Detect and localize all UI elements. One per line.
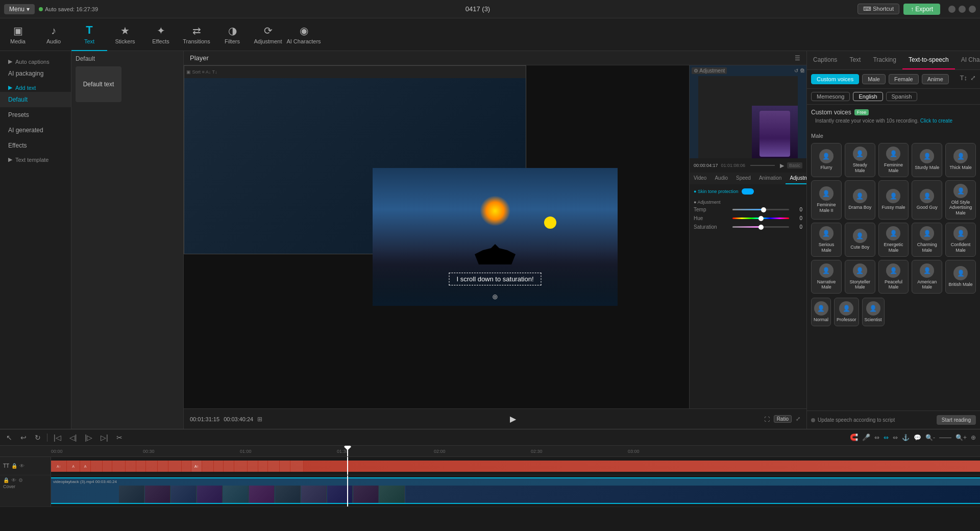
link2-icon[interactable]: ⇔ <box>893 434 898 441</box>
voice-card-fussy-male[interactable]: 👤 Fussy male <box>878 180 909 220</box>
video-track-lock-icon[interactable]: 🔒 <box>3 477 9 483</box>
voice-card-professor[interactable]: 👤 Professor <box>834 298 859 326</box>
voice-card-drama-boy[interactable]: 👤 Drama Boy <box>845 180 875 220</box>
voice-card-old-style[interactable]: 👤 Old Style Advertising Male <box>945 180 976 220</box>
voice-card-normal[interactable]: 👤 Normal <box>811 298 831 326</box>
anchor-icon[interactable]: ⚓ <box>902 434 910 441</box>
adj-tab-animation[interactable]: Animation <box>755 173 786 184</box>
toolbar-item-effects[interactable]: ✦ Effects <box>143 18 179 51</box>
adj-tab-adjustment[interactable]: Adjustment <box>786 173 806 184</box>
link-icon[interactable]: ⇔ <box>874 434 879 441</box>
magnet-icon[interactable]: 🧲 <box>850 433 858 441</box>
menu-button[interactable]: Menu ▾ <box>4 4 35 14</box>
filter-anime[interactable]: Anime <box>922 74 949 84</box>
voice-card-feminine-male[interactable]: 👤 Feminine Male <box>878 143 909 177</box>
sidebar-item-default[interactable]: Default <box>0 92 71 107</box>
video-track-settings-icon[interactable]: ⚙ <box>18 477 23 483</box>
voice-card-peaceful-male[interactable]: 👤 Peaceful Male <box>878 260 909 294</box>
tab-tracking[interactable]: Tracking <box>867 51 902 69</box>
voice-card-charming-male[interactable]: 👤 Charming Male <box>912 223 942 257</box>
adj-tab-speed[interactable]: Speed <box>732 173 755 184</box>
tab-text-to-speech[interactable]: Text-to-speech <box>902 51 955 69</box>
lang-english[interactable]: English <box>853 92 883 101</box>
redo-btn[interactable]: ↻ <box>33 432 43 443</box>
split2-btn[interactable]: ▷| <box>99 432 110 443</box>
play-button[interactable]: ▶ <box>510 414 516 424</box>
tab-ai-characters[interactable]: AI Characters <box>955 51 980 69</box>
player-menu-icon[interactable]: ☰ <box>795 55 800 62</box>
video-track-eye-icon[interactable]: 👁 <box>11 477 16 483</box>
voice-card-scientist[interactable]: 👤 Scientist <box>862 298 885 326</box>
filter-female[interactable]: Female <box>889 74 919 84</box>
voice-expand-icon[interactable]: ⤢ <box>970 74 976 84</box>
tab-captions[interactable]: Captions <box>807 51 843 69</box>
voice-card-narrative-male[interactable]: 👤 Narrative Male <box>811 260 842 294</box>
add-icon[interactable]: ⊕ <box>971 434 976 441</box>
split3-icon[interactable]: ⇔ <box>884 434 889 441</box>
select-tool[interactable]: ↖ <box>4 432 14 443</box>
voice-card-energetic-male[interactable]: 👤 Energetic Male <box>878 223 909 257</box>
voice-card-thick-male[interactable]: 👤 Thick Male <box>945 143 976 177</box>
sidebar-item-presets[interactable]: Presets <box>0 107 71 123</box>
zoom-in-icon[interactable]: 🔍+ <box>955 434 967 441</box>
voice-card-good-guy[interactable]: 👤 Good Guy <box>912 180 942 220</box>
caption-segments[interactable]: A↑ A A A↑ <box>51 461 980 472</box>
minimize-button[interactable] <box>948 6 955 13</box>
click-to-create-link[interactable]: Click to create <box>920 118 952 124</box>
default-text-card[interactable]: Default text <box>76 66 121 102</box>
split-btn[interactable]: |◁ <box>52 432 63 443</box>
filter-custom-voices[interactable]: Custom voices <box>811 74 859 84</box>
zoom-slider[interactable]: —— <box>939 434 951 441</box>
voice-card-british-male[interactable]: 👤 British Male <box>945 260 976 294</box>
toolbar-item-stickers[interactable]: ★ Stickers <box>107 18 143 51</box>
lang-spanish[interactable]: Spanish <box>886 92 918 101</box>
trim-left-btn[interactable]: ◁| <box>67 432 79 443</box>
toolbar-item-filters[interactable]: ◑ Filters <box>214 18 250 51</box>
voice-card-storyteller-male[interactable]: 👤 Storyteller Male <box>845 260 875 294</box>
voice-card-confident-male[interactable]: 👤 Confident Male <box>945 223 976 257</box>
track-eye-icon[interactable]: 👁 <box>19 463 24 469</box>
adj-tab-video[interactable]: Video <box>690 173 710 184</box>
toolbar-item-ai-characters[interactable]: ◉ AI Characters <box>286 18 322 51</box>
mic-icon[interactable]: 🎤 <box>862 433 870 441</box>
sidebar-item-ai-generated[interactable]: AI generated <box>0 123 71 138</box>
shortcut-button[interactable]: ⌨ Shortcut <box>857 4 899 14</box>
toolbar-item-text[interactable]: T Text <box>71 18 107 51</box>
sidebar-item-text-template[interactable]: ▶ Text template <box>0 153 71 164</box>
adj-hue-slider[interactable] <box>732 218 789 219</box>
zoom-out-icon[interactable]: 🔍- <box>925 434 935 441</box>
trim-right-btn[interactable]: |▷ <box>83 432 94 443</box>
voice-card-serious-male[interactable]: 👤 Serious Male <box>811 223 842 257</box>
sidebar-item-auto-captions[interactable]: ▶ Auto captions <box>0 55 71 66</box>
toolbar-item-media[interactable]: ▣ Media <box>0 18 36 51</box>
toolbar-item-transitions[interactable]: ⇄ Transitions <box>179 18 214 51</box>
adj-saturation-slider[interactable] <box>732 226 789 228</box>
toolbar-item-adjustment[interactable]: ⟳ Adjustment <box>250 18 286 51</box>
start-reading-button[interactable]: Start reading <box>937 415 976 425</box>
sidebar-item-add-text[interactable]: ▶ Add text <box>0 81 71 92</box>
tab-text[interactable]: Text <box>843 51 867 69</box>
voice-sort-icon[interactable]: T↕ <box>960 74 967 84</box>
fullscreen-icon[interactable]: ⛶ <box>764 416 770 422</box>
ratio-badge[interactable]: Ratio <box>774 415 792 423</box>
delete-btn[interactable]: ✂ <box>114 432 125 443</box>
video-track-bar[interactable]: videoplayback (3).mp4 00:03:40.24 <box>51 477 980 504</box>
sidebar-item-ai-packaging[interactable]: AI packaging <box>0 66 71 81</box>
grid-icon[interactable]: ⊞ <box>257 416 262 423</box>
export-button[interactable]: ↑ Export <box>903 4 940 15</box>
voice-card-cute-boy[interactable]: 👤 Cute Boy <box>845 223 875 257</box>
speech-bubble-icon[interactable]: 💬 <box>914 434 921 441</box>
adj-tab-audio[interactable]: Audio <box>710 173 732 184</box>
sidebar-item-effects[interactable]: Effects <box>0 138 71 153</box>
lang-memesong[interactable]: Memesong <box>811 92 850 101</box>
adj-skin-tone-toggle[interactable] <box>742 188 754 195</box>
adj-temp-slider[interactable] <box>732 209 789 210</box>
toolbar-item-audio[interactable]: ♪ Audio <box>36 18 71 51</box>
track-lock-icon[interactable]: 🔒 <box>11 463 17 469</box>
close-button[interactable] <box>969 6 976 13</box>
filter-male[interactable]: Male <box>862 74 886 84</box>
subtitle-box[interactable]: I scroll down to saturation! <box>449 273 541 285</box>
undo-btn[interactable]: ↩ <box>18 432 29 443</box>
expand-icon[interactable]: ⤢ <box>796 416 800 422</box>
voice-card-steady-male[interactable]: 👤 Steady Male <box>845 143 875 177</box>
